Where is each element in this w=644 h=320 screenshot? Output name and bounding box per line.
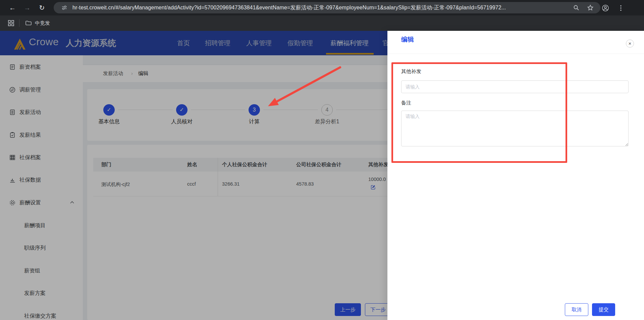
folder-icon[interactable] — [25, 19, 32, 26]
profile-avatar-icon[interactable] — [602, 4, 608, 11]
remark-textarea[interactable] — [401, 111, 629, 146]
drawer-close-button[interactable]: × — [626, 40, 634, 48]
bookmark-star-icon[interactable] — [587, 4, 594, 11]
bookmarks-bar: 中竞发 — [0, 15, 644, 31]
back-button[interactable]: ← — [7, 3, 17, 13]
search-icon[interactable] — [573, 4, 580, 11]
other-pay-input[interactable] — [401, 80, 629, 93]
browser-menu-icon[interactable] — [617, 4, 624, 11]
address-bar[interactable]: hr-test.croweit.cn/#/salaryManagement/ad… — [54, 2, 600, 13]
submit-button[interactable]: 提交 — [592, 303, 615, 316]
close-icon: × — [629, 41, 632, 46]
other-pay-label: 其他补发 — [401, 68, 421, 75]
site-info-icon[interactable] — [61, 4, 68, 11]
forward-button[interactable]: → — [22, 3, 32, 13]
bookmarks-separator — [19, 19, 19, 27]
apps-grid-icon[interactable] — [7, 19, 14, 26]
edit-drawer: 编辑 × 其他补发 备注 取消 提交 — [387, 31, 644, 320]
screenshot-stage: ← → ↻ hr-test.croweit.cn/#/salaryManagem… — [0, 0, 644, 320]
bookmark-folder[interactable]: 中竞发 — [35, 20, 50, 26]
url-text[interactable]: hr-test.croweit.cn/#/salaryManagement/ad… — [72, 4, 569, 11]
cancel-button[interactable]: 取消 — [565, 303, 588, 316]
drawer-title: 编辑 — [401, 35, 414, 44]
browser-toolbar: ← → ↻ hr-test.croweit.cn/#/salaryManagem… — [0, 0, 644, 15]
refresh-button[interactable]: ↻ — [37, 3, 47, 13]
drawer-header-divider — [387, 54, 644, 54]
remark-label: 备注 — [401, 100, 411, 106]
